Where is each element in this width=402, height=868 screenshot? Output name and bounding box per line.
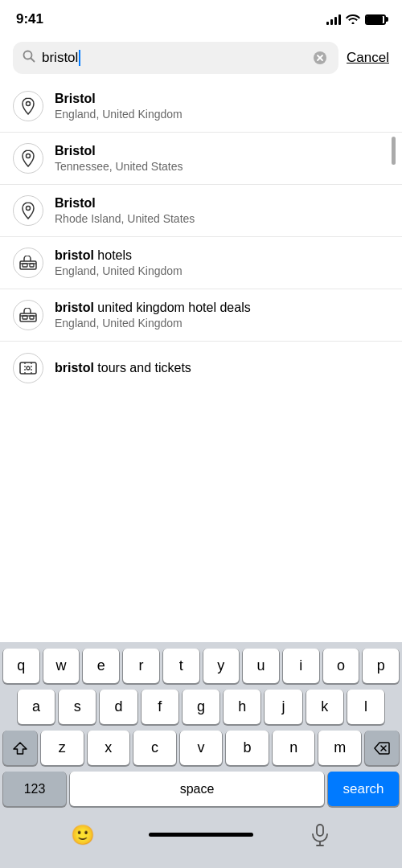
hotel-icon [13, 300, 43, 330]
result-item[interactable]: bristol hotels England, United Kingdom [0, 237, 402, 289]
backspace-key[interactable] [365, 731, 399, 765]
result-text: Bristol England, United Kingdom [55, 92, 183, 121]
key-l[interactable]: l [347, 690, 384, 724]
keyboard-row-3: z x c v b n m [3, 731, 399, 765]
key-h[interactable]: h [224, 690, 260, 724]
mic-key[interactable] [253, 817, 386, 852]
key-q[interactable]: q [3, 649, 39, 683]
result-item[interactable]: Bristol Rhode Island, United States [0, 185, 402, 237]
search-bar-container: bristol Cancel [0, 35, 402, 80]
key-o[interactable]: o [323, 649, 359, 683]
result-subtitle: England, United Kingdom [55, 108, 183, 121]
result-item[interactable]: Bristol Tennessee, United States [0, 133, 402, 185]
key-w[interactable]: w [43, 649, 80, 683]
svg-point-7 [27, 207, 31, 211]
key-f[interactable]: f [142, 690, 178, 724]
key-k[interactable]: k [306, 690, 343, 724]
result-title: Bristol [55, 196, 195, 211]
svg-point-5 [27, 102, 31, 106]
result-title: Bristol [55, 144, 183, 158]
key-n[interactable]: n [273, 731, 315, 765]
keyboard-row-1: q w e r t y u i o p [3, 649, 399, 683]
key-g[interactable]: g [183, 690, 219, 724]
key-s[interactable]: s [59, 690, 96, 724]
signal-icon [326, 14, 341, 25]
results-list: Bristol England, United Kingdom Bristol … [0, 80, 402, 394]
home-indicator [149, 833, 253, 837]
result-title: bristol united kingdom hotel deals [55, 301, 251, 315]
key-m[interactable]: m [318, 731, 361, 765]
scroll-indicator [392, 137, 396, 165]
svg-rect-14 [20, 362, 36, 374]
search-input[interactable]: bristol [42, 50, 305, 66]
result-subtitle: England, United Kingdom [55, 317, 251, 330]
keyboard: q w e r t y u i o p a s d f g h j k l [0, 642, 402, 868]
cancel-button[interactable]: Cancel [347, 50, 389, 66]
status-bar: 9:41 [0, 0, 402, 35]
result-subtitle: Rhode Island, United States [55, 212, 195, 225]
wifi-icon [346, 13, 360, 27]
clear-button[interactable] [311, 49, 329, 67]
result-title: bristol hotels [55, 248, 183, 263]
keyboard-rows: q w e r t y u i o p a s d f g h j k l [0, 642, 402, 765]
location-pin-icon [13, 91, 43, 121]
key-r[interactable]: r [123, 649, 159, 683]
key-u[interactable]: u [243, 649, 279, 683]
key-z[interactable]: z [41, 731, 84, 765]
status-icons [326, 13, 386, 27]
emoji-key[interactable]: 🙂 [16, 817, 149, 852]
key-v[interactable]: v [180, 731, 223, 765]
search-input-wrapper[interactable]: bristol [13, 42, 338, 74]
result-text: bristol hotels England, United Kingdom [55, 248, 183, 277]
search-query-text: bristol [42, 50, 78, 66]
result-text: Bristol Tennessee, United States [55, 144, 183, 173]
keyboard-bottom-row: 123 space search [0, 772, 402, 811]
key-e[interactable]: e [83, 649, 119, 683]
svg-point-6 [27, 154, 31, 158]
result-title: bristol tours and tickets [55, 361, 191, 375]
key-a[interactable]: a [18, 690, 55, 724]
search-glass-icon [23, 50, 35, 66]
location-pin-icon [13, 195, 43, 226]
key-x[interactable]: x [88, 731, 130, 765]
ticket-icon [13, 353, 43, 383]
result-item[interactable]: bristol united kingdom hotel deals Engla… [0, 289, 402, 342]
space-key[interactable]: space [70, 772, 324, 806]
result-item[interactable]: Bristol England, United Kingdom [0, 80, 402, 133]
key-t[interactable]: t [163, 649, 199, 683]
numbers-key[interactable]: 123 [3, 772, 66, 806]
hotel-icon [13, 248, 43, 278]
key-i[interactable]: i [283, 649, 319, 683]
result-subtitle: England, United Kingdom [55, 264, 183, 277]
svg-point-15 [27, 366, 30, 370]
result-text: bristol united kingdom hotel deals Engla… [55, 301, 251, 330]
search-key[interactable]: search [328, 772, 399, 806]
key-j[interactable]: j [265, 690, 302, 724]
location-pin-icon [13, 143, 43, 174]
key-b[interactable]: b [226, 731, 269, 765]
key-y[interactable]: y [203, 649, 240, 683]
result-item[interactable]: bristol tours and tickets [0, 342, 402, 394]
key-d[interactable]: d [100, 690, 137, 724]
status-time: 9:41 [16, 11, 43, 27]
svg-rect-18 [317, 825, 323, 836]
shift-key[interactable] [3, 731, 37, 765]
result-title: Bristol [55, 92, 183, 106]
svg-line-1 [31, 59, 35, 62]
emoji-mic-row: 🙂 [0, 811, 402, 868]
battery-icon [365, 14, 386, 25]
key-c[interactable]: c [133, 731, 176, 765]
result-text: bristol tours and tickets [55, 361, 191, 375]
keyboard-row-2: a s d f g h j k l [3, 690, 399, 724]
key-p[interactable]: p [363, 649, 399, 683]
result-text: Bristol Rhode Island, United States [55, 196, 195, 225]
result-subtitle: Tennessee, United States [55, 160, 183, 173]
